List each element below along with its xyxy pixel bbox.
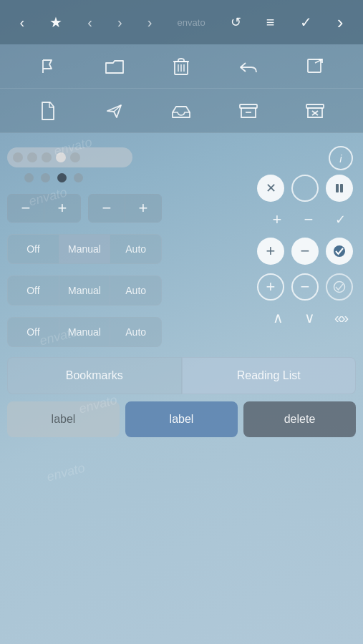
svg-rect-13 xyxy=(336,184,339,192)
svg-point-15 xyxy=(334,245,345,257)
right-angle-icon[interactable]: › xyxy=(112,10,128,35)
watermark-nav: envato xyxy=(172,13,211,32)
toolbar-row-1 xyxy=(0,44,363,89)
left-column: − + − + Off Manual Auto Off Manual Auto xyxy=(7,140,162,353)
slider-dot-3 xyxy=(42,152,52,162)
info-icon[interactable]: i xyxy=(329,146,353,170)
main-content: − + − + Off Manual Auto Off Manual Auto xyxy=(0,133,363,353)
bookmarks-tab[interactable]: Bookmarks xyxy=(7,357,182,394)
seg-1-off[interactable]: Off xyxy=(8,235,59,263)
circle-controls-row-2: + − xyxy=(257,238,356,265)
stepper-2-minus[interactable]: − xyxy=(89,195,125,222)
svg-point-16 xyxy=(334,282,345,293)
segmented-control-3: Off Manual Auto xyxy=(7,317,162,347)
page-dot-3 xyxy=(57,173,67,182)
tabs-section: Bookmarks Reading List xyxy=(0,353,363,394)
send-icon[interactable] xyxy=(99,95,130,127)
check-small-icon[interactable]: ✓ xyxy=(330,212,350,228)
segmented-control-1: Off Manual Auto xyxy=(7,234,162,264)
arrow-row: ∧ ∨ «» xyxy=(266,309,356,326)
flag-icon[interactable] xyxy=(32,51,64,82)
seg-3-auto[interactable]: Auto xyxy=(110,318,161,346)
bottom-buttons-row: label label delete xyxy=(7,401,356,437)
tab-row: Bookmarks Reading List xyxy=(7,357,356,394)
compose-icon[interactable] xyxy=(299,51,331,82)
inbox-icon[interactable] xyxy=(165,95,197,127)
check-circle-filled-button[interactable] xyxy=(326,238,353,265)
arrow-down-icon[interactable]: ∨ xyxy=(297,309,321,326)
menu-icon[interactable]: ≡ xyxy=(261,10,281,35)
page-dot-1 xyxy=(24,173,34,182)
svg-rect-14 xyxy=(340,184,343,192)
folder-icon[interactable] xyxy=(99,51,130,82)
seg-1-manual[interactable]: Manual xyxy=(59,235,110,263)
svg-rect-10 xyxy=(306,104,324,108)
stepper-2-plus[interactable]: + xyxy=(125,195,161,222)
plus-small-icon[interactable]: + xyxy=(267,210,287,229)
stepper-1: − + xyxy=(7,194,81,223)
stepper-1-plus[interactable]: + xyxy=(44,195,80,222)
seg-2-manual[interactable]: Manual xyxy=(59,276,110,305)
trash-icon[interactable] xyxy=(165,51,197,82)
archive-delete-icon[interactable] xyxy=(299,95,331,127)
label-button-1[interactable]: label xyxy=(7,401,120,437)
slider-dot-4 xyxy=(56,152,66,162)
close-circle-button[interactable]: ✕ xyxy=(257,175,284,202)
page-dots xyxy=(7,173,162,182)
slider-dot-5 xyxy=(70,152,80,162)
arrow-up-icon[interactable]: ∧ xyxy=(266,309,290,326)
seg-2-auto[interactable]: Auto xyxy=(110,276,161,305)
seg-1-auto[interactable]: Auto xyxy=(110,235,161,263)
slider-dot-1 xyxy=(13,152,23,162)
empty-circle-button[interactable] xyxy=(291,175,319,202)
slider-track[interactable] xyxy=(7,147,132,167)
watermark-5: envato xyxy=(45,460,87,484)
back-icon[interactable]: ‹ xyxy=(14,10,31,35)
stepper-1-minus[interactable]: − xyxy=(8,195,44,222)
circle-controls-row-3: + − xyxy=(257,273,356,301)
check-outline-button[interactable] xyxy=(326,273,353,301)
minus-circle-button[interactable]: − xyxy=(291,238,319,265)
bottom-section: label label delete xyxy=(0,401,363,444)
minus-small-icon[interactable]: − xyxy=(299,210,319,229)
delete-button[interactable]: delete xyxy=(243,401,356,437)
small-controls-row: + − ✓ xyxy=(267,210,356,229)
reply-icon[interactable] xyxy=(233,51,264,82)
check-icon[interactable]: ✓ xyxy=(294,9,318,35)
right-column: i ✕ + − ✓ + − xyxy=(162,140,356,353)
seg-2-off[interactable]: Off xyxy=(8,276,59,305)
toolbar-row-2 xyxy=(0,89,363,133)
minus-outline-button[interactable]: − xyxy=(291,273,319,301)
slider-container xyxy=(7,147,162,167)
page-dot-4 xyxy=(74,173,83,182)
nav-bar: ‹ ★ ‹ › › envato ↺ ≡ ✓ › xyxy=(0,0,363,44)
archive-icon[interactable] xyxy=(233,95,264,127)
stepper-2: − + xyxy=(88,194,162,223)
page-dot-2 xyxy=(41,173,50,182)
double-chevron-icon[interactable]: «» xyxy=(329,310,353,326)
plus-outline-button[interactable]: + xyxy=(257,273,284,301)
plus-circle-button[interactable]: + xyxy=(257,238,284,265)
left-angle-icon[interactable]: ‹ xyxy=(82,10,98,35)
forward-icon[interactable]: › xyxy=(142,10,158,35)
seg-3-off[interactable]: Off xyxy=(8,318,59,346)
steppers-row: − + − + xyxy=(7,194,162,223)
svg-rect-8 xyxy=(240,104,257,108)
circle-controls-row-1: ✕ xyxy=(257,175,356,202)
pause-circle-button[interactable] xyxy=(326,175,353,202)
label-button-2[interactable]: label xyxy=(125,401,238,437)
reading-list-tab[interactable]: Reading List xyxy=(182,357,357,394)
slider-dot-2 xyxy=(27,152,37,162)
more-icon[interactable]: › xyxy=(331,7,349,38)
document-icon[interactable] xyxy=(32,95,64,127)
seg-3-manual[interactable]: Manual xyxy=(59,318,110,346)
reload-icon[interactable]: ↺ xyxy=(225,10,247,34)
segmented-control-2: Off Manual Auto xyxy=(7,275,162,306)
bookmark-icon[interactable]: ★ xyxy=(44,9,68,35)
